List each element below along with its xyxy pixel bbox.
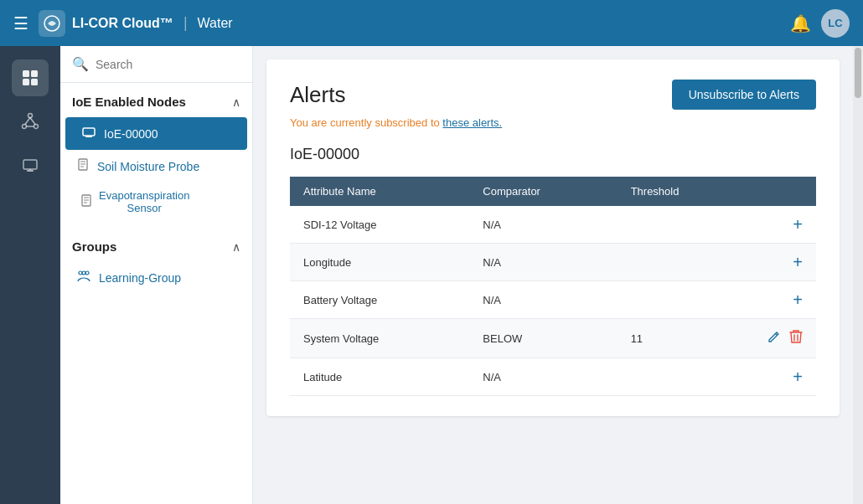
sidebar-icon-network[interactable] [12, 103, 49, 140]
cell-threshold [618, 244, 749, 281]
search-icon: 🔍 [72, 56, 89, 72]
main-content: Alerts Unsubscribe to Alerts You are cur… [253, 46, 853, 504]
table-row: SDI-12 VoltageN/A+ [290, 206, 816, 244]
ioe-section-title: IoE Enabled Nodes [72, 95, 186, 109]
unsubscribe-button[interactable]: Unsubscribe to Alerts [672, 80, 816, 110]
scrollbar-thumb[interactable] [855, 48, 861, 98]
sidebar-icon-devices[interactable] [12, 147, 49, 183]
sidebar-item-learning-group[interactable]: Learning-Group [60, 262, 252, 293]
top-nav: ☰ LI-COR Cloud™ | Water 🔔 LC [0, 0, 863, 46]
cell-comparator: N/A [469, 206, 617, 244]
logo-icon [39, 10, 65, 37]
cell-comparator: N/A [469, 358, 617, 396]
alerts-node-id: IoE-00000 [290, 146, 816, 163]
cell-threshold [618, 206, 749, 244]
alerts-panel: Alerts Unsubscribe to Alerts You are cur… [266, 59, 840, 416]
alerts-title: Alerts [290, 82, 345, 108]
nav-divider: | [183, 14, 188, 32]
sidebar-item-label-ioe-00000: IoE-00000 [104, 127, 158, 141]
cell-threshold [618, 281, 749, 319]
add-alert-button[interactable]: + [793, 368, 803, 385]
col-header-comparator: Comparator [469, 177, 617, 206]
table-row: LongitudeN/A+ [290, 244, 816, 281]
groups-section-title: Groups [72, 239, 116, 254]
cell-attribute-name: System Voltage [290, 319, 469, 358]
scrollbar-track[interactable] [853, 46, 863, 504]
app-logo: LI-COR Cloud™ [39, 10, 173, 37]
cell-threshold [618, 358, 749, 396]
svg-rect-4 [31, 79, 38, 85]
cell-attribute-name: Battery Voltage [290, 281, 469, 319]
svg-rect-12 [27, 170, 34, 172]
sidebar-icon-grid[interactable] [12, 59, 49, 96]
groups-chevron-icon: ∧ [232, 240, 240, 254]
evapotranspiration-icon [80, 194, 92, 210]
notification-bell-icon[interactable]: 🔔 [790, 13, 811, 33]
svg-point-6 [23, 125, 27, 129]
table-row: Battery VoltageN/A+ [290, 281, 816, 319]
hamburger-icon[interactable]: ☰ [13, 13, 28, 33]
these-alerts-link[interactable]: these alerts. [442, 116, 502, 129]
sidebar-item-ioe-00000[interactable]: IoE-00000 [65, 117, 247, 150]
sidebar-item-label-evapotranspiration: EvapotranspirationSensor [99, 189, 189, 214]
col-header-attribute: Attribute Name [290, 177, 469, 206]
svg-rect-11 [23, 160, 37, 169]
svg-rect-15 [85, 136, 92, 138]
cell-comparator: N/A [469, 244, 617, 281]
svg-line-9 [30, 118, 35, 125]
cell-attribute-name: SDI-12 Voltage [290, 206, 469, 244]
cell-comparator: N/A [469, 281, 617, 319]
cell-threshold: 11 [618, 319, 749, 358]
sidebar-item-label-learning-group: Learning-Group [99, 271, 181, 285]
alerts-header: Alerts Unsubscribe to Alerts [290, 80, 816, 110]
node-icon [82, 126, 96, 141]
sidebar: 🔍 IoE Enabled Nodes ∧ IoE-00000 Soil [60, 46, 253, 504]
sidebar-item-evapotranspiration[interactable]: EvapotranspirationSensor [60, 183, 252, 221]
groups-section-header[interactable]: Groups ∧ [60, 228, 252, 262]
add-alert-button[interactable]: + [793, 216, 803, 233]
ioe-chevron-icon: ∧ [232, 95, 240, 109]
ioe-section-header[interactable]: IoE Enabled Nodes ∧ [60, 83, 252, 117]
alerts-subscription-text: You are currently subscribed to these al… [290, 116, 816, 129]
sidebar-search-bar: 🔍 [60, 46, 252, 83]
table-row: LatitudeN/A+ [290, 358, 816, 396]
col-header-actions [749, 177, 816, 206]
cell-actions: + [749, 358, 816, 396]
cell-attribute-name: Latitude [290, 358, 469, 396]
svg-point-7 [34, 125, 39, 129]
svg-line-8 [25, 118, 30, 125]
cell-actions: + [749, 281, 816, 319]
cell-actions: + [749, 244, 816, 281]
svg-point-27 [82, 271, 85, 275]
user-avatar[interactable]: LC [821, 9, 850, 38]
group-icon [77, 270, 90, 285]
cell-attribute-name: Longitude [290, 244, 469, 281]
svg-rect-1 [23, 70, 29, 77]
soil-moisture-icon [77, 158, 89, 174]
alerts-table: Attribute Name Comparator Threshold SDI-… [290, 177, 816, 396]
cell-comparator: BELOW [469, 319, 617, 358]
svg-rect-2 [31, 70, 38, 77]
left-icon-bar [0, 46, 60, 504]
cell-actions: + [749, 206, 816, 244]
sidebar-item-soil-moisture[interactable]: Soil Moisture Probe [60, 150, 252, 183]
col-header-threshold: Threshold [618, 177, 749, 206]
add-alert-button[interactable]: + [793, 254, 803, 270]
svg-point-5 [28, 114, 33, 118]
svg-rect-14 [83, 128, 95, 136]
edit-alert-button[interactable] [767, 330, 781, 347]
search-input[interactable] [96, 58, 242, 71]
delete-alert-button[interactable] [789, 329, 803, 347]
svg-rect-3 [23, 79, 29, 85]
sidebar-item-label-soil-moisture: Soil Moisture Probe [97, 160, 199, 173]
add-alert-button[interactable]: + [793, 291, 803, 308]
table-row: System VoltageBELOW11 [290, 319, 816, 358]
cell-actions [749, 319, 816, 358]
product-name: Water [198, 16, 233, 31]
brand-name: LI-COR Cloud™ [72, 16, 173, 31]
